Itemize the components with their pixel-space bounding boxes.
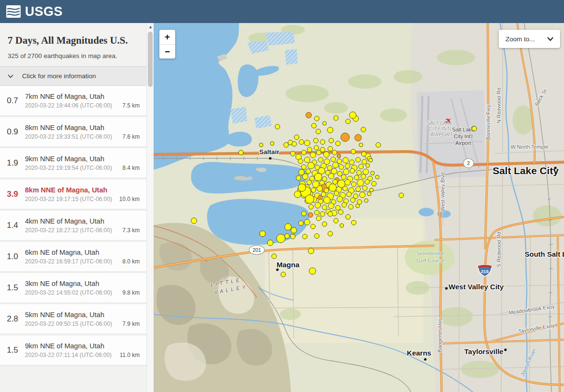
more-information-toggle[interactable]: Click for more information <box>0 66 146 86</box>
earthquake-marker[interactable] <box>366 164 370 167</box>
earthquake-marker[interactable] <box>369 158 372 162</box>
earthquake-marker[interactable] <box>304 219 310 225</box>
sidebar-scrollbar[interactable]: ▲ <box>146 23 154 392</box>
earthquake-marker[interactable] <box>357 170 361 175</box>
earthquake-marker[interactable] <box>336 205 340 210</box>
earthquake-marker[interactable] <box>316 216 321 221</box>
earthquake-marker[interactable] <box>342 202 347 207</box>
earthquake-marker[interactable] <box>304 140 310 146</box>
earthquake-marker[interactable] <box>270 142 274 145</box>
earthquake-marker[interactable] <box>362 186 367 190</box>
earthquake-marker[interactable] <box>306 169 311 174</box>
earthquake-marker[interactable] <box>307 147 312 152</box>
earthquake-marker[interactable] <box>337 154 341 158</box>
earthquake-marker[interactable] <box>323 121 326 125</box>
earthquake-marker[interactable] <box>338 210 343 214</box>
earthquake-marker[interactable] <box>362 159 367 164</box>
earthquake-marker[interactable] <box>292 142 297 146</box>
earthquake-marker[interactable] <box>334 218 338 223</box>
earthquake-marker[interactable] <box>320 212 325 216</box>
scrollbar-up-icon[interactable]: ▲ <box>147 24 154 29</box>
earthquake-marker[interactable] <box>314 145 319 150</box>
earthquake-marker[interactable] <box>308 248 314 254</box>
earthquake-marker[interactable] <box>309 204 313 209</box>
earthquake-marker[interactable] <box>285 224 291 230</box>
earthquake-marker[interactable] <box>314 234 319 238</box>
earthquake-marker[interactable] <box>314 210 319 215</box>
earthquake-marker[interactable] <box>372 181 376 186</box>
earthquake-marker[interactable] <box>328 146 333 151</box>
earthquake-marker[interactable] <box>322 205 327 210</box>
earthquake-marker[interactable] <box>351 182 356 187</box>
earthquake-marker[interactable] <box>359 143 363 147</box>
earthquake-marker[interactable] <box>472 126 477 131</box>
earthquake-marker[interactable] <box>239 150 243 155</box>
earthquake-marker[interactable] <box>347 192 351 197</box>
earthquake-marker[interactable] <box>329 184 336 191</box>
earthquake-marker[interactable] <box>308 162 314 169</box>
earthquake-marker[interactable] <box>399 193 404 198</box>
earthquake-marker[interactable] <box>260 231 265 237</box>
earthquake-marker[interactable] <box>364 199 368 202</box>
earthquake-marker[interactable] <box>267 240 273 246</box>
earthquake-marker[interactable] <box>345 164 350 168</box>
earthquake-marker[interactable] <box>302 234 307 239</box>
earthquake-marker[interactable] <box>371 171 374 175</box>
earthquake-marker[interactable] <box>315 202 321 208</box>
event-row[interactable]: 1.0 6km NE of Magna, Utah 2020-03-22 16:… <box>0 242 146 273</box>
earthquake-marker[interactable] <box>328 173 334 179</box>
earthquake-marker[interactable] <box>334 116 338 120</box>
event-row[interactable]: 0.7 7km NNE of Magna, Utah 2020-03-22 19… <box>0 86 146 117</box>
earthquake-marker[interactable] <box>299 221 303 226</box>
earthquake-marker[interactable] <box>299 140 304 144</box>
earthquake-marker[interactable] <box>327 127 333 133</box>
earthquake-marker[interactable] <box>314 173 322 181</box>
event-row[interactable]: 3.9 8km NNE of Magna, Utah 2020-03-22 19… <box>0 179 146 211</box>
earthquake-marker[interactable] <box>359 164 363 169</box>
zoom-to-dropdown[interactable]: Zoom to... <box>499 30 560 48</box>
earthquake-marker[interactable] <box>365 179 370 184</box>
scrollbar-thumb[interactable] <box>148 32 153 87</box>
earthquake-marker[interactable] <box>259 143 263 147</box>
earthquake-marker[interactable] <box>346 119 350 124</box>
earthquake-marker[interactable] <box>341 133 349 142</box>
earthquake-marker[interactable] <box>290 234 295 239</box>
earthquake-marker[interactable] <box>312 123 316 128</box>
earthquake-marker[interactable] <box>357 200 362 204</box>
earthquake-marker[interactable] <box>310 152 316 158</box>
earthquake-marker[interactable] <box>290 151 295 156</box>
earthquake-marker[interactable] <box>327 166 332 170</box>
earthquake-marker[interactable] <box>316 129 321 134</box>
earthquake-marker[interactable] <box>311 224 315 229</box>
earthquake-marker[interactable] <box>350 168 355 173</box>
earthquake-marker[interactable] <box>348 204 353 209</box>
earthquake-marker[interactable] <box>349 112 356 119</box>
earthquake-marker[interactable] <box>332 150 337 155</box>
earthquake-marker[interactable] <box>285 234 289 238</box>
earthquake-marker[interactable] <box>275 124 280 129</box>
earthquake-marker[interactable] <box>343 186 348 191</box>
earthquake-marker[interactable] <box>317 186 323 191</box>
event-row[interactable]: 2.8 5km NNE of Magna, Utah 2020-03-22 09… <box>0 304 146 335</box>
earthquake-marker[interactable] <box>345 179 350 185</box>
zoom-in-button[interactable]: + <box>159 30 175 44</box>
earthquake-marker[interactable] <box>361 174 366 179</box>
earthquake-marker[interactable] <box>343 169 349 175</box>
earthquake-marker[interactable] <box>357 179 364 186</box>
earthquake-marker[interactable] <box>329 138 334 143</box>
earthquake-marker[interactable] <box>363 169 369 175</box>
earthquake-marker[interactable] <box>318 157 323 162</box>
earthquake-marker[interactable] <box>301 211 306 216</box>
earthquake-marker[interactable] <box>296 176 301 180</box>
earthquake-marker[interactable] <box>339 165 344 169</box>
earthquake-marker[interactable] <box>320 140 325 144</box>
earthquake-marker[interactable] <box>301 150 306 155</box>
earthquake-marker[interactable] <box>356 157 360 162</box>
earthquake-marker[interactable] <box>291 227 297 233</box>
earthquake-marker[interactable] <box>367 192 371 196</box>
earthquake-marker[interactable] <box>313 138 318 143</box>
earthquake-marker[interactable] <box>328 212 333 216</box>
earthquake-marker[interactable] <box>320 147 325 152</box>
earthquake-marker[interactable] <box>351 149 356 154</box>
earthquake-marker[interactable] <box>341 175 346 179</box>
